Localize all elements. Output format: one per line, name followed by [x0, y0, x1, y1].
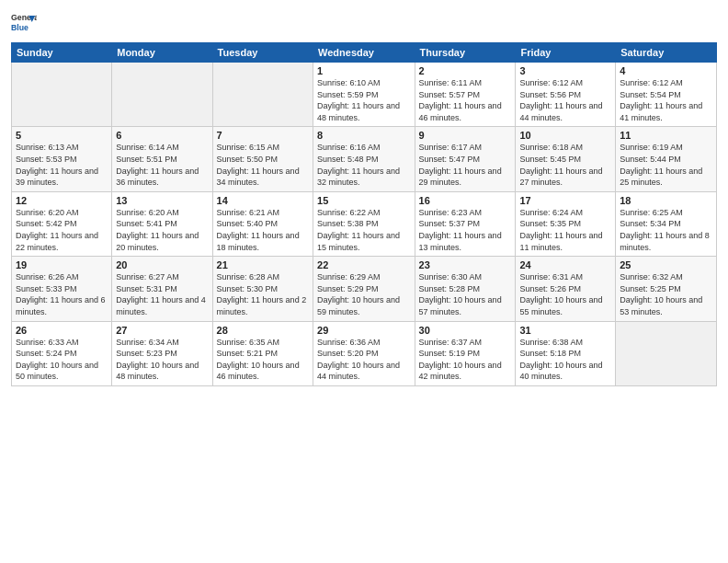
day-info: Sunrise: 6:33 AMSunset: 5:24 PMDaylight:… [16, 337, 108, 383]
calendar-cell: 1Sunrise: 6:10 AMSunset: 5:59 PMDaylight… [313, 63, 415, 127]
day-info: Sunrise: 6:35 AMSunset: 5:21 PMDaylight:… [217, 337, 309, 383]
weekday-header-saturday: Saturday [616, 43, 717, 63]
day-info: Sunrise: 6:28 AMSunset: 5:30 PMDaylight:… [217, 271, 309, 317]
day-number: 29 [317, 325, 411, 336]
logo-icon: General Blue [11, 9, 37, 35]
day-info: Sunrise: 6:10 AMSunset: 5:59 PMDaylight:… [317, 77, 411, 123]
day-info: Sunrise: 6:37 AMSunset: 5:19 PMDaylight:… [419, 337, 512, 383]
calendar-cell [12, 63, 112, 127]
weekday-header-wednesday: Wednesday [313, 43, 415, 63]
day-number: 10 [519, 130, 611, 141]
calendar-cell: 31Sunrise: 6:38 AMSunset: 5:18 PMDayligh… [516, 321, 616, 385]
day-info: Sunrise: 6:36 AMSunset: 5:20 PMDaylight:… [317, 337, 411, 383]
day-info: Sunrise: 6:16 AMSunset: 5:48 PMDaylight:… [317, 142, 411, 188]
day-info: Sunrise: 6:27 AMSunset: 5:31 PMDaylight:… [116, 271, 208, 317]
day-info: Sunrise: 6:18 AMSunset: 5:45 PMDaylight:… [519, 142, 611, 188]
page-header: General Blue [11, 9, 717, 35]
calendar-cell: 21Sunrise: 6:28 AMSunset: 5:30 PMDayligh… [212, 257, 313, 321]
day-number: 27 [116, 325, 208, 336]
day-info: Sunrise: 6:34 AMSunset: 5:23 PMDaylight:… [116, 337, 208, 383]
calendar-cell: 8Sunrise: 6:16 AMSunset: 5:48 PMDaylight… [313, 127, 415, 191]
day-number: 5 [16, 130, 108, 141]
calendar-week-row: 12Sunrise: 6:20 AMSunset: 5:42 PMDayligh… [12, 191, 717, 256]
weekday-header-tuesday: Tuesday [212, 43, 313, 63]
calendar-cell: 16Sunrise: 6:23 AMSunset: 5:37 PMDayligh… [415, 191, 516, 256]
day-number: 15 [317, 195, 411, 206]
day-info: Sunrise: 6:24 AMSunset: 5:35 PMDaylight:… [519, 207, 611, 253]
day-number: 16 [419, 195, 512, 206]
weekday-header-thursday: Thursday [415, 43, 516, 63]
calendar-cell: 12Sunrise: 6:20 AMSunset: 5:42 PMDayligh… [12, 191, 112, 256]
day-info: Sunrise: 6:30 AMSunset: 5:28 PMDaylight:… [419, 271, 512, 317]
day-number: 26 [16, 325, 108, 336]
day-number: 2 [419, 65, 512, 76]
calendar-cell: 9Sunrise: 6:17 AMSunset: 5:47 PMDaylight… [415, 127, 516, 191]
day-info: Sunrise: 6:21 AMSunset: 5:40 PMDaylight:… [217, 207, 309, 253]
weekday-header-row: SundayMondayTuesdayWednesdayThursdayFrid… [12, 43, 717, 63]
calendar-cell: 22Sunrise: 6:29 AMSunset: 5:29 PMDayligh… [313, 257, 415, 321]
calendar-cell: 28Sunrise: 6:35 AMSunset: 5:21 PMDayligh… [212, 321, 313, 385]
day-info: Sunrise: 6:12 AMSunset: 5:56 PMDaylight:… [519, 77, 611, 123]
day-info: Sunrise: 6:12 AMSunset: 5:54 PMDaylight:… [620, 77, 712, 123]
day-number: 23 [419, 259, 512, 270]
calendar-week-row: 5Sunrise: 6:13 AMSunset: 5:53 PMDaylight… [12, 127, 717, 191]
calendar-cell: 19Sunrise: 6:26 AMSunset: 5:33 PMDayligh… [12, 257, 112, 321]
calendar-week-row: 26Sunrise: 6:33 AMSunset: 5:24 PMDayligh… [12, 321, 717, 385]
weekday-header-monday: Monday [112, 43, 212, 63]
day-info: Sunrise: 6:23 AMSunset: 5:37 PMDaylight:… [419, 207, 512, 253]
day-info: Sunrise: 6:32 AMSunset: 5:25 PMDaylight:… [620, 271, 712, 317]
day-number: 19 [16, 259, 108, 270]
calendar-container: General Blue SundayMondayTuesdayWednesda… [0, 0, 728, 563]
day-info: Sunrise: 6:19 AMSunset: 5:44 PMDaylight:… [620, 142, 712, 188]
calendar-cell: 5Sunrise: 6:13 AMSunset: 5:53 PMDaylight… [12, 127, 112, 191]
calendar-cell: 6Sunrise: 6:14 AMSunset: 5:51 PMDaylight… [112, 127, 212, 191]
day-number: 24 [519, 259, 611, 270]
day-info: Sunrise: 6:17 AMSunset: 5:47 PMDaylight:… [419, 142, 512, 188]
day-info: Sunrise: 6:15 AMSunset: 5:50 PMDaylight:… [217, 142, 309, 188]
day-number: 11 [620, 130, 712, 141]
calendar-cell: 26Sunrise: 6:33 AMSunset: 5:24 PMDayligh… [12, 321, 112, 385]
calendar-cell: 17Sunrise: 6:24 AMSunset: 5:35 PMDayligh… [516, 191, 616, 256]
day-number: 14 [217, 195, 309, 206]
day-info: Sunrise: 6:20 AMSunset: 5:42 PMDaylight:… [16, 207, 108, 253]
day-number: 31 [519, 325, 611, 336]
day-number: 8 [317, 130, 411, 141]
calendar-cell: 29Sunrise: 6:36 AMSunset: 5:20 PMDayligh… [313, 321, 415, 385]
day-number: 13 [116, 195, 208, 206]
day-info: Sunrise: 6:20 AMSunset: 5:41 PMDaylight:… [116, 207, 208, 253]
day-number: 21 [217, 259, 309, 270]
calendar-cell: 25Sunrise: 6:32 AMSunset: 5:25 PMDayligh… [616, 257, 717, 321]
calendar-cell: 11Sunrise: 6:19 AMSunset: 5:44 PMDayligh… [616, 127, 717, 191]
day-number: 20 [116, 259, 208, 270]
logo: General Blue [11, 9, 37, 35]
calendar-cell: 3Sunrise: 6:12 AMSunset: 5:56 PMDaylight… [516, 63, 616, 127]
calendar-cell [616, 321, 717, 385]
day-info: Sunrise: 6:25 AMSunset: 5:34 PMDaylight:… [620, 207, 712, 253]
day-info: Sunrise: 6:29 AMSunset: 5:29 PMDaylight:… [317, 271, 411, 317]
calendar-cell [212, 63, 313, 127]
day-number: 4 [620, 65, 712, 76]
day-number: 6 [116, 130, 208, 141]
calendar-cell: 4Sunrise: 6:12 AMSunset: 5:54 PMDaylight… [616, 63, 717, 127]
weekday-header-friday: Friday [516, 43, 616, 63]
day-info: Sunrise: 6:14 AMSunset: 5:51 PMDaylight:… [116, 142, 208, 188]
day-info: Sunrise: 6:13 AMSunset: 5:53 PMDaylight:… [16, 142, 108, 188]
day-number: 25 [620, 259, 712, 270]
day-number: 30 [419, 325, 512, 336]
calendar-cell: 23Sunrise: 6:30 AMSunset: 5:28 PMDayligh… [415, 257, 516, 321]
calendar-cell: 20Sunrise: 6:27 AMSunset: 5:31 PMDayligh… [112, 257, 212, 321]
calendar-cell: 24Sunrise: 6:31 AMSunset: 5:26 PMDayligh… [516, 257, 616, 321]
weekday-header-sunday: Sunday [12, 43, 112, 63]
calendar-week-row: 19Sunrise: 6:26 AMSunset: 5:33 PMDayligh… [12, 257, 717, 321]
calendar-week-row: 1Sunrise: 6:10 AMSunset: 5:59 PMDaylight… [12, 63, 717, 127]
calendar-cell [112, 63, 212, 127]
day-number: 3 [519, 65, 611, 76]
calendar-cell: 15Sunrise: 6:22 AMSunset: 5:38 PMDayligh… [313, 191, 415, 256]
day-number: 28 [217, 325, 309, 336]
day-number: 17 [519, 195, 611, 206]
calendar-cell: 30Sunrise: 6:37 AMSunset: 5:19 PMDayligh… [415, 321, 516, 385]
day-info: Sunrise: 6:22 AMSunset: 5:38 PMDaylight:… [317, 207, 411, 253]
day-info: Sunrise: 6:26 AMSunset: 5:33 PMDaylight:… [16, 271, 108, 317]
day-number: 1 [317, 65, 411, 76]
day-number: 9 [419, 130, 512, 141]
